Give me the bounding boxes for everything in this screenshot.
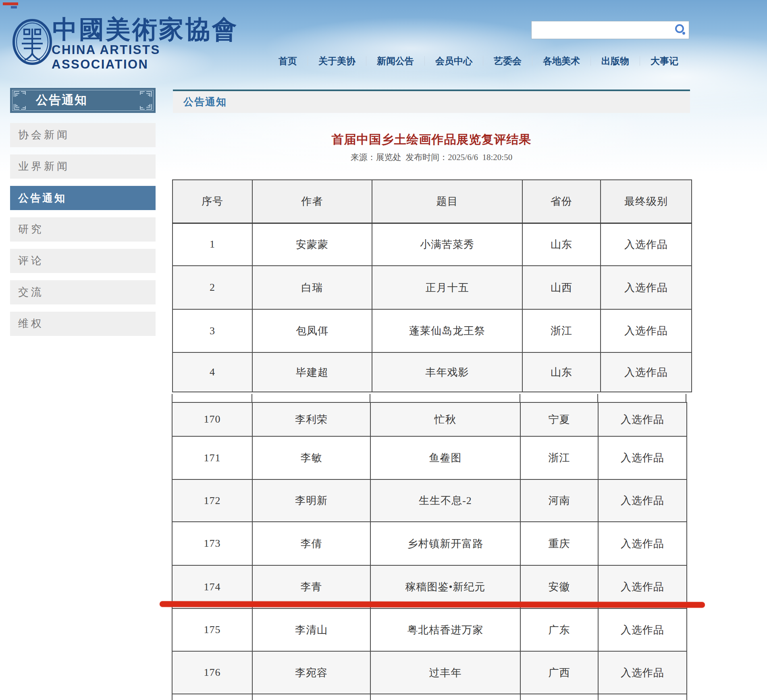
sidebar-item-exchange[interactable]: 交流 <box>10 280 156 304</box>
table-cell: 李宛容 <box>252 651 370 694</box>
table-cell: 河南 <box>520 479 598 522</box>
table-cell: 李明新 <box>252 479 370 522</box>
table-cell: 蓬莱仙岛龙王祭 <box>372 309 522 352</box>
fret-ornament-icon <box>13 90 27 112</box>
table-cell: 176 <box>172 651 252 694</box>
nav-item-members[interactable]: 会员中心 <box>425 55 483 67</box>
nav-item-news[interactable]: 新闻公告 <box>366 55 424 67</box>
table-cell: 173 <box>172 522 252 565</box>
sidebar-item-rights[interactable]: 维权 <box>10 312 156 336</box>
table-cell: 入选作品 <box>601 266 692 309</box>
table-cell <box>172 694 252 700</box>
screenshot-artifact-red <box>3 2 18 5</box>
table-row: 171 李敏 鱼鲞图 浙江 入选作品 <box>172 436 687 479</box>
page-title: 首届中国乡土绘画作品展览复评结果 <box>173 131 690 148</box>
caa-seal-emblem-icon <box>12 18 52 67</box>
table-row: 172 李明新 生生不息-2 河南 入选作品 <box>172 479 687 522</box>
nav-item-publications[interactable]: 出版物 <box>591 55 640 67</box>
table-cell: 浙江 <box>522 309 601 352</box>
table-cell: 入选作品 <box>601 223 692 266</box>
search-icon <box>674 31 687 38</box>
table-cell: 包凤佴 <box>252 309 372 352</box>
table-row: 4 毕建超 丰年戏影 山东 入选作品 <box>173 352 692 392</box>
table-cell: 粤北桔香进万家 <box>370 608 520 651</box>
results-table-top: 序号 作者 题目 省份 最终级别 1 安蒙蒙 小满苦菜秀 山东 入选作品 2 白… <box>172 179 692 392</box>
table-cell: 175 <box>172 608 252 651</box>
table-row-partial <box>172 694 687 700</box>
table-cell: 入选作品 <box>598 522 687 565</box>
table-header-cell: 题目 <box>372 180 522 223</box>
table-header-cell: 序号 <box>173 180 252 223</box>
search-input[interactable] <box>535 23 669 38</box>
search-button[interactable] <box>673 23 687 37</box>
table-row: 170 李利荣 忙秋 宁夏 入选作品 <box>172 402 687 436</box>
table-cell <box>598 694 687 700</box>
table-cell: 小满苦菜秀 <box>372 223 522 266</box>
table-cell: 1 <box>173 223 252 266</box>
table-row: 1 安蒙蒙 小满苦菜秀 山东 入选作品 <box>173 223 692 266</box>
logo-english-title: CHINA ARTISTS ASSOCIATION <box>52 43 261 72</box>
table-cell: 入选作品 <box>598 402 687 436</box>
table-cell <box>370 694 520 700</box>
table-header-cell: 省份 <box>522 180 601 223</box>
table-cell: 入选作品 <box>598 651 687 694</box>
nav-item-art-committee[interactable]: 艺委会 <box>483 55 532 67</box>
sidebar-item-commentary[interactable]: 评论 <box>10 249 156 273</box>
table-cell: 鱼鲞图 <box>370 436 520 479</box>
sidebar-item-announcements[interactable]: 公告通知 <box>10 186 156 210</box>
table-row: 173 李倩 乡村镇新开富路 重庆 入选作品 <box>172 522 687 565</box>
main-nav: 首页 关于美协 新闻公告 会员中心 艺委会 各地美术 出版物 大事记 <box>268 54 689 68</box>
sidebar-title: 公告通知 <box>36 88 87 113</box>
table-cell: 李倩 <box>252 522 370 565</box>
sidebar-item-industry-news[interactable]: 业界新闻 <box>10 154 156 179</box>
table-cell: 李利荣 <box>252 402 370 436</box>
table-cell: 李敏 <box>252 436 370 479</box>
table-row: 175 李清山 粤北桔香进万家 广东 入选作品 <box>172 608 687 651</box>
table-cell: 重庆 <box>520 522 598 565</box>
nav-item-chronicle[interactable]: 大事记 <box>640 55 689 67</box>
table-cell: 入选作品 <box>598 479 687 522</box>
sidebar-item-association-news[interactable]: 协会新闻 <box>10 123 156 147</box>
table-cell: 毕建超 <box>252 352 372 392</box>
nav-item-home[interactable]: 首页 <box>268 55 308 67</box>
results-table-bottom: 170 李利荣 忙秋 宁夏 入选作品 171 李敏 鱼鲞图 浙江 入选作品 17… <box>172 402 687 700</box>
nav-item-regional-art[interactable]: 各地美术 <box>532 55 590 67</box>
table-cell: 入选作品 <box>598 608 687 651</box>
table-cell <box>520 694 598 700</box>
sidebar-menu: 协会新闻 业界新闻 公告通知 研究 评论 交流 维权 <box>10 123 156 343</box>
sidebar-header: 公告通知 <box>10 88 156 113</box>
table-cell: 宁夏 <box>520 402 598 436</box>
article-meta: 来源：展览处 发布时间：2025/6/6 18:20:50 <box>173 152 690 163</box>
table-cell: 山西 <box>522 266 601 309</box>
table-cell: 入选作品 <box>601 352 692 392</box>
breadcrumb-bar: 公告通知 <box>173 90 690 113</box>
table-row: 176 李宛容 过丰年 广西 入选作品 <box>172 651 687 694</box>
table-cell: 丰年戏影 <box>372 352 522 392</box>
table-cell: 李清山 <box>252 608 370 651</box>
red-marker-line <box>160 601 705 608</box>
sidebar-item-research[interactable]: 研究 <box>10 217 156 242</box>
table-cell: 170 <box>172 402 252 436</box>
table-row: 3 包凤佴 蓬莱仙岛龙王祭 浙江 入选作品 <box>173 309 692 352</box>
table-cell: 浙江 <box>520 436 598 479</box>
table-cell: 山东 <box>522 223 601 266</box>
table-cell: 广西 <box>520 651 598 694</box>
table-header-row: 序号 作者 题目 省份 最终级别 <box>173 180 692 223</box>
table-row: 2 白瑞 正月十五 山西 入选作品 <box>173 266 692 309</box>
table-cell: 2 <box>173 266 252 309</box>
logo-chinese-title: 中國美術家協會 <box>52 16 254 43</box>
page: 中國美術家協會 CHINA ARTISTS ASSOCIATION 首页 关于美… <box>0 0 767 700</box>
table-cell: 3 <box>173 309 252 352</box>
breadcrumb: 公告通知 <box>183 91 227 113</box>
table-cell: 171 <box>172 436 252 479</box>
table-header-cell: 作者 <box>252 180 372 223</box>
table-stitch-gap <box>172 394 686 402</box>
nav-item-about[interactable]: 关于美协 <box>308 55 366 67</box>
table-cell: 正月十五 <box>372 266 522 309</box>
table-cell: 忙秋 <box>370 402 520 436</box>
table-cell: 入选作品 <box>601 309 692 352</box>
table-cell: 山东 <box>522 352 601 392</box>
table-cell: 4 <box>173 352 252 392</box>
site-logo[interactable]: 中國美術家協會 CHINA ARTISTS ASSOCIATION <box>10 16 252 65</box>
table-header-cell: 最终级别 <box>601 180 692 223</box>
